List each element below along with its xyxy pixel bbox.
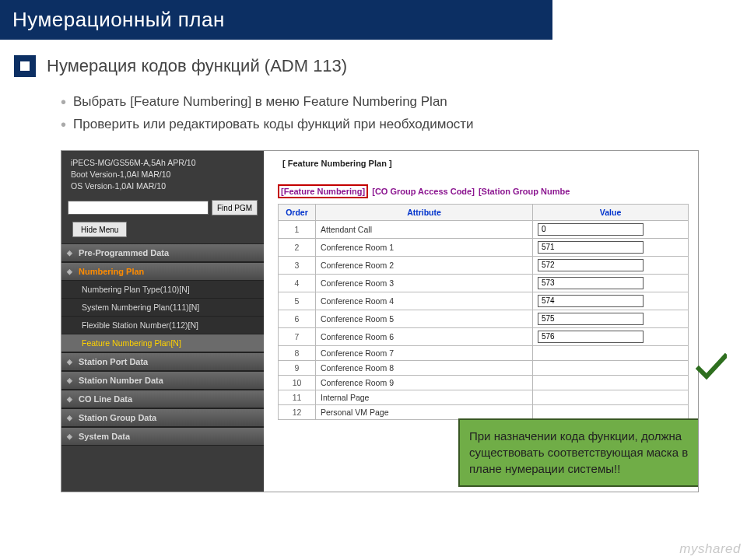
find-pgm-input[interactable] — [68, 201, 209, 215]
table-row: 5Conference Room 4 — [279, 292, 689, 310]
cell-attribute: Internal Page — [316, 390, 533, 404]
sidebar-group-preprogrammed[interactable]: Pre-Programmed Data — [61, 243, 264, 262]
table-row: 4Conference Room 3 — [279, 274, 689, 292]
sidebar-group-system-data[interactable]: System Data — [61, 427, 264, 446]
breadcrumb: [ Feature Numbering Plan ] — [278, 159, 689, 168]
value-input[interactable] — [538, 277, 644, 289]
cell-order: 7 — [279, 327, 316, 345]
sub-header: Нумерация кодов функций (ADM 113) — [14, 55, 747, 77]
sidebar-subitems: Numbering Plan Type(110)[N] System Numbe… — [61, 281, 264, 352]
cell-value — [533, 390, 689, 404]
cell-order: 9 — [279, 360, 316, 375]
bullet-item: Проверить или редактировать коды функций… — [61, 114, 747, 136]
cell-order: 5 — [279, 292, 316, 310]
table-row: 6Conference Room 5 — [279, 310, 689, 327]
cell-attribute: Conference Room 4 — [316, 292, 533, 310]
value-input[interactable] — [538, 295, 644, 307]
value-input[interactable] — [538, 331, 644, 343]
table-row: 7Conference Room 6 — [279, 327, 689, 345]
feature-table: Order Attribute Value 1Attendant Call2Co… — [278, 204, 689, 420]
cell-value — [533, 375, 689, 390]
cell-value — [533, 310, 689, 327]
col-order: Order — [279, 204, 316, 220]
app-screenshot: iPECS-MG/GS56M-A,5Ah APR/10 Boot Version… — [61, 150, 699, 492]
banner-title: Нумерационный план — [12, 8, 225, 31]
cell-attribute: Conference Room 7 — [316, 345, 533, 360]
sidebar-group-station-port[interactable]: Station Port Data — [61, 352, 264, 371]
tab-co-group-access[interactable]: [CO Group Access Code] — [372, 187, 475, 196]
cell-order: 8 — [279, 345, 316, 360]
cell-attribute: Conference Room 3 — [316, 274, 533, 292]
hide-menu-button[interactable]: Hide Menu — [72, 222, 127, 237]
value-input[interactable] — [538, 223, 644, 236]
cell-value — [533, 404, 689, 419]
table-row: 12Personal VM Page — [279, 404, 689, 419]
tab-station-group-number[interactable]: [Station Group Numbe — [479, 187, 570, 196]
sidebar-item-system-numbering-plan[interactable]: System Numbering Plan(111)[N] — [61, 299, 264, 317]
watermark: myshared — [679, 541, 741, 557]
cell-value — [533, 292, 689, 310]
cell-order: 4 — [279, 274, 316, 292]
value-input[interactable] — [538, 259, 644, 271]
table-row: 11Internal Page — [279, 390, 689, 404]
sidebar-group-station-group[interactable]: Station Group Data — [61, 408, 264, 427]
table-row: 8Conference Room 7 — [279, 345, 689, 360]
cell-value — [533, 360, 689, 375]
description-list: Выбрать [Feature Numbering] в меню Featu… — [61, 91, 747, 136]
cell-attribute: Conference Room 1 — [316, 238, 533, 256]
info-line: OS Version-1,0AI MAR/10 — [71, 180, 256, 192]
cell-attribute: Conference Room 5 — [316, 310, 533, 327]
callout-note: При назначении кода функции, должна суще… — [458, 418, 699, 487]
cell-order: 3 — [279, 256, 316, 274]
sidebar-group-co-line[interactable]: CO Line Data — [61, 390, 264, 408]
col-value: Value — [533, 204, 689, 220]
cell-order: 2 — [279, 238, 316, 256]
cell-attribute: Conference Room 2 — [316, 256, 533, 274]
device-info: iPECS-MG/GS56M-A,5Ah APR/10 Boot Version… — [61, 151, 264, 198]
tab-row: [Feature Numbering] [CO Group Access Cod… — [278, 187, 689, 196]
cell-order: 1 — [279, 220, 316, 238]
cell-value — [533, 256, 689, 274]
sidebar-group-station-number[interactable]: Station Number Data — [61, 371, 264, 390]
cell-order: 12 — [279, 404, 316, 419]
hide-row: Hide Menu — [61, 219, 264, 243]
cell-order: 6 — [279, 310, 316, 327]
bullet-square-icon — [14, 55, 36, 77]
bullet-item: Выбрать [Feature Numbering] в меню Featu… — [61, 91, 747, 114]
sidebar-item-flexible-station-number[interactable]: Flexible Station Number(112)[N] — [61, 317, 264, 334]
sidebar-item-feature-numbering-plan[interactable]: Feature Numbering Plan[N] — [61, 334, 264, 352]
cell-attribute: Conference Room 6 — [316, 327, 533, 345]
value-input[interactable] — [538, 313, 644, 325]
page-banner: Нумерационный план — [0, 0, 552, 40]
app-sidebar: iPECS-MG/GS56M-A,5Ah APR/10 Boot Version… — [61, 151, 264, 492]
cell-attribute: Conference Room 9 — [316, 375, 533, 390]
cell-value — [533, 220, 689, 238]
cell-value — [533, 238, 689, 256]
find-pgm-button[interactable]: Find PGM — [212, 200, 258, 215]
cell-attribute: Attendant Call — [316, 220, 533, 238]
checkmark-icon — [696, 352, 727, 390]
cell-value — [533, 345, 689, 360]
table-row: 1Attendant Call — [279, 220, 689, 238]
cell-value — [533, 274, 689, 292]
table-row: 9Conference Room 8 — [279, 360, 689, 375]
info-line: Boot Version-1,0AI MAR/10 — [71, 169, 256, 180]
find-row: Find PGM — [61, 197, 264, 219]
cell-order: 11 — [279, 390, 316, 404]
col-attribute: Attribute — [316, 204, 533, 220]
sub-title: Нумерация кодов функций (ADM 113) — [47, 56, 347, 76]
info-line: iPECS-MG/GS56M-A,5Ah APR/10 — [71, 157, 256, 169]
sidebar-item-numbering-plan-type[interactable]: Numbering Plan Type(110)[N] — [61, 281, 264, 299]
table-row: 10Conference Room 9 — [279, 375, 689, 390]
cell-value — [533, 327, 689, 345]
cell-order: 10 — [279, 375, 316, 390]
cell-attribute: Personal VM Page — [316, 404, 533, 419]
cell-attribute: Conference Room 8 — [316, 360, 533, 375]
table-row: 2Conference Room 1 — [279, 238, 689, 256]
tab-feature-numbering[interactable]: [Feature Numbering] — [278, 184, 368, 198]
table-row: 3Conference Room 2 — [279, 256, 689, 274]
value-input[interactable] — [538, 241, 644, 254]
sidebar-group-numbering-plan[interactable]: Numbering Plan — [61, 262, 264, 281]
callout-text: При назначении кода функции, должна суще… — [469, 429, 688, 476]
